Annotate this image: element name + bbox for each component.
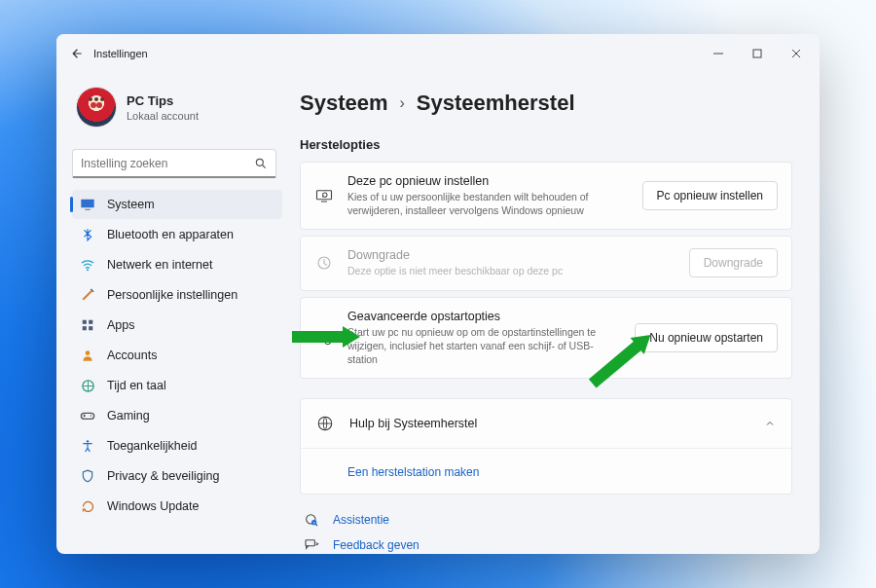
clock-globe-icon — [80, 378, 95, 393]
help-expander-header[interactable]: Hulp bij Systeemherstel — [301, 399, 791, 448]
nav-item-gaming[interactable]: Gaming — [72, 401, 282, 430]
breadcrumb: Systeem › Systeemherstel — [300, 91, 792, 116]
svg-rect-22 — [306, 540, 314, 546]
window-title: Instellingen — [93, 48, 148, 59]
maximize-button[interactable] — [738, 34, 777, 73]
nav-label: Gaming — [107, 409, 150, 423]
titlebar: Instellingen — [56, 34, 820, 73]
nav-item-network[interactable]: Netwerk en internet — [72, 250, 282, 279]
nav-label: Systeem — [107, 198, 155, 211]
avatar — [76, 87, 117, 128]
nav-item-windows-update[interactable]: Windows Update — [72, 492, 282, 521]
settings-window: Instellingen PC Tips Lokaal account — [56, 34, 820, 554]
close-button[interactable] — [777, 34, 816, 73]
section-title-recovery: Herstelopties — [300, 137, 792, 152]
help-body: Een herstelstation maken — [301, 448, 791, 494]
nav-item-system[interactable]: Systeem — [72, 190, 282, 219]
svg-rect-0 — [753, 50, 761, 57]
profile-block[interactable]: PC Tips Lokaal account — [72, 79, 282, 145]
restart-now-button[interactable]: Nu opnieuw opstarten — [635, 323, 778, 352]
nav-item-personalization[interactable]: Persoonlijke instellingen — [72, 280, 282, 310]
svg-point-1 — [256, 159, 263, 165]
search-input[interactable] — [81, 157, 254, 170]
card-title: Deze pc opnieuw instellen — [347, 174, 629, 188]
nav-item-accounts[interactable]: Accounts — [72, 341, 282, 370]
card-title: Downgrade — [347, 248, 675, 262]
nav-label: Accounts — [107, 349, 157, 362]
nav-item-privacy[interactable]: Privacy & beveiliging — [72, 461, 282, 491]
nav-item-time-language[interactable]: Tijd en taal — [72, 371, 282, 400]
link-label: Assistentie — [333, 513, 389, 527]
card-downgrade: Downgrade Deze optie is niet meer beschi… — [300, 236, 792, 290]
reset-pc-icon — [314, 187, 334, 204]
bluetooth-icon — [80, 227, 95, 242]
nav-item-accessibility[interactable]: Toegankelijkheid — [72, 431, 282, 460]
feedback-icon — [304, 537, 319, 553]
nav-label: Privacy & beveiliging — [107, 469, 219, 483]
card-advanced-startup: Geavanceerde opstartopties Start uw pc n… — [300, 297, 792, 380]
minimize-icon — [713, 49, 723, 58]
svg-rect-5 — [83, 320, 87, 324]
card-reset-pc: Deze pc opnieuw instellen Kies of u uw p… — [300, 162, 792, 230]
nav-item-apps[interactable]: Apps — [72, 311, 282, 340]
maximize-icon — [752, 49, 762, 58]
gamepad-icon — [80, 408, 95, 423]
close-icon — [791, 49, 801, 58]
svg-rect-8 — [89, 326, 92, 330]
page-title: Systeemherstel — [417, 91, 575, 116]
nav-label: Apps — [107, 318, 135, 332]
globe-help-icon — [316, 415, 336, 432]
main-content: Systeem › Systeemherstel Herstelopties D… — [290, 73, 820, 554]
breadcrumb-root[interactable]: Systeem — [300, 91, 388, 116]
nav-label: Netwerk en internet — [107, 258, 212, 272]
search-box[interactable] — [72, 149, 276, 178]
svg-point-9 — [86, 350, 91, 355]
shield-icon — [80, 468, 95, 484]
card-description: Kies of u uw persoonlijke bestanden wilt… — [347, 190, 629, 217]
svg-rect-6 — [89, 320, 92, 324]
link-give-feedback[interactable]: Feedback geven — [304, 537, 792, 553]
nav-list: Systeem Bluetooth en apparaten Netwerk e… — [72, 190, 282, 521]
nav-label: Tijd en taal — [107, 379, 166, 392]
card-description: Start uw pc nu opnieuw op om de opstarti… — [347, 325, 621, 367]
person-icon — [80, 348, 95, 363]
svg-rect-14 — [317, 191, 332, 200]
help-link-recovery-drive[interactable]: Een herstelstation maken — [347, 465, 479, 479]
link-get-help[interactable]: ? Assistentie — [304, 512, 792, 528]
svg-rect-3 — [85, 209, 90, 210]
profile-subtitle: Lokaal account — [127, 110, 199, 122]
brush-icon — [80, 287, 95, 303]
back-button[interactable] — [60, 47, 93, 60]
nav-label: Persoonlijke instellingen — [107, 288, 237, 302]
link-label: Feedback geven — [333, 538, 420, 552]
svg-point-13 — [87, 440, 89, 442]
wifi-icon — [80, 257, 95, 273]
svg-rect-2 — [81, 200, 93, 208]
nav-label: Windows Update — [107, 499, 200, 513]
sidebar: PC Tips Lokaal account Systeem Bluetooth… — [56, 73, 290, 554]
chevron-up-icon — [764, 418, 776, 429]
minimize-button[interactable] — [699, 34, 738, 73]
search-icon — [254, 157, 268, 170]
svg-point-4 — [87, 269, 89, 271]
svg-point-17 — [325, 339, 331, 345]
svg-rect-7 — [83, 326, 87, 330]
help-title: Hulp bij Systeemherstel — [349, 417, 750, 430]
nav-label: Toegankelijkheid — [107, 439, 197, 453]
svg-point-12 — [91, 415, 92, 417]
power-gear-icon — [314, 329, 334, 347]
display-icon — [80, 197, 95, 212]
nav-item-bluetooth[interactable]: Bluetooth en apparaten — [72, 220, 282, 249]
update-cycle-icon — [80, 498, 95, 514]
downgrade-button: Downgrade — [689, 248, 778, 277]
nav-label: Bluetooth en apparaten — [107, 228, 234, 241]
help-badge-icon: ? — [304, 512, 319, 528]
card-title: Geavanceerde opstartopties — [347, 310, 621, 323]
downgrade-icon — [314, 254, 334, 272]
reset-pc-button[interactable]: Pc opnieuw instellen — [642, 181, 778, 210]
card-help: Hulp bij Systeemherstel Een herstelstati… — [300, 398, 792, 495]
arrow-left-icon — [70, 47, 84, 60]
card-description: Deze optie is niet meer beschikbaar op d… — [347, 264, 675, 277]
footer-links: ? Assistentie Feedback geven — [300, 512, 792, 553]
apps-icon — [80, 317, 95, 333]
